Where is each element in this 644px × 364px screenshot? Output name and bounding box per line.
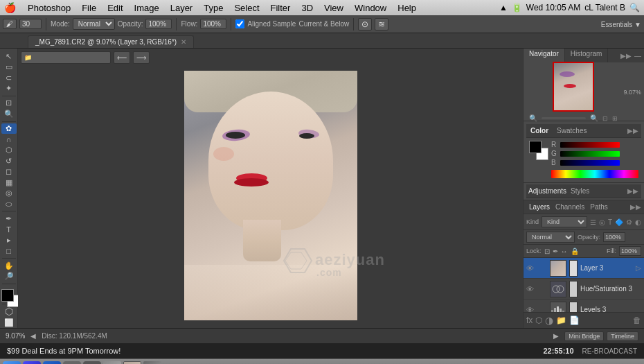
path-nav-btn[interactable]: ⟵ [114,51,130,64]
lock-position-icon[interactable]: ↔ [561,248,568,255]
document-tab[interactable]: _MG_7891.CR2 @ 9.07% (Layer 3, RGB/16*) … [28,35,194,48]
menu-edit[interactable]: Edit [102,1,127,15]
disc-arrow-left[interactable]: ◀ [30,332,36,340]
opacity-input[interactable] [603,232,625,242]
tab-paths[interactable]: Paths [587,203,611,211]
shape-tool[interactable]: □ [1,246,17,257]
r-slider[interactable] [560,142,620,148]
adj-panel-menu[interactable]: ▶▶ [627,187,641,195]
tab-close-icon[interactable]: ✕ [181,38,186,46]
nav-ctrl-1[interactable]: ⊡ [602,115,608,122]
color-panel-menu[interactable]: ▶▶ [627,127,641,135]
gradient-tool[interactable]: ▦ [1,177,17,188]
type-tool[interactable]: T [1,225,17,235]
spotlight-icon[interactable]: 🔍 [629,3,640,12]
menu-file[interactable]: File [77,1,101,15]
taskbar-photo-thumb-2[interactable] [123,361,141,365]
layers-panel-menu[interactable]: ▶▶ [630,203,641,211]
screen-mode-btn[interactable]: ⬜ [1,318,17,328]
zoom-tool[interactable]: 🔎 [1,271,17,281]
dodge-tool[interactable]: ⬭ [1,199,17,209]
menu-image[interactable]: Image [129,1,164,15]
menu-type[interactable]: Type [199,1,228,15]
history-brush-tool[interactable]: ↺ [1,156,17,166]
tab-adjustments[interactable]: Adjustments [526,187,569,196]
path-select-tool[interactable]: ▸ [1,235,17,245]
pressure-btn[interactable]: ≋ [375,18,388,31]
aligned-checkbox[interactable] [235,19,244,28]
zoom-out-icon[interactable]: 🔍 [529,114,537,122]
fill-input[interactable] [619,246,641,256]
layer-item-levels3[interactable]: 👁 Levels 3 [524,300,644,312]
taskbar-lightroom[interactable]: Lr [23,361,41,365]
hand-tool[interactable]: ✋ [1,261,17,271]
lock-transparency-icon[interactable]: ⊡ [544,248,550,255]
brush-tool[interactable]: ∩ [1,135,17,145]
eye-icon-layer3[interactable]: 👁 [526,264,536,272]
move-tool[interactable]: ↖ [1,51,17,62]
add-mask-btn[interactable]: ⬡ [535,315,542,325]
filter-icon-4[interactable]: 🔷 [615,218,623,226]
add-style-btn[interactable]: fx [526,315,533,325]
taskbar-photo-thumb-1[interactable] [103,361,121,365]
menu-photoshop[interactable]: Photoshop [23,1,75,15]
taskbar-finder[interactable]: 🔵 [3,361,21,365]
lock-paint-icon[interactable]: ✒ [553,248,558,255]
eye-icon-levels3[interactable]: 👁 [526,306,536,313]
blur-tool[interactable]: ◎ [1,188,17,198]
taskbar-chat[interactable]: 💬 [83,361,101,365]
foreground-color[interactable] [1,289,14,302]
pen-tool[interactable]: ✒ [1,214,17,224]
lasso-tool[interactable]: ⊂ [1,73,17,83]
menu-help[interactable]: Help [393,1,421,15]
tab-navigator[interactable]: Navigator [524,49,565,62]
crop-tool[interactable]: ⊡ [1,98,17,109]
add-adjustment-btn[interactable]: ◑ [545,315,553,326]
zoom-slider[interactable] [542,117,586,119]
add-group-btn[interactable]: 📁 [556,315,566,325]
filter-icon-2[interactable]: ◎ [599,218,605,226]
filter-toggle[interactable]: ◐ [635,218,641,226]
menu-select[interactable]: Select [229,1,264,15]
sample-btn[interactable]: ⊙ [358,18,372,31]
taskbar-photo-thumb-3[interactable] [143,361,161,365]
menu-window[interactable]: Window [350,1,391,15]
taskbar-camera[interactable]: 📷 [63,361,81,365]
mini-bridge-btn[interactable]: Mini Bridge [564,331,604,341]
path-nav-forward-btn[interactable]: ⟶ [133,51,150,64]
tab-layers[interactable]: Layers [526,203,553,211]
taskbar-photoshop[interactable]: Ps [43,361,61,365]
timeline-btn[interactable]: Timeline [607,331,638,341]
delete-layer-btn[interactable]: 🗑 [633,315,641,325]
layer-item-layer3[interactable]: 👁 Layer 3 ▷ [524,258,644,279]
zoom-in-icon[interactable]: 🔍 [590,114,598,122]
panel-menu-icon[interactable]: ▶▶ [620,52,632,60]
flow-input[interactable] [200,19,226,29]
opacity-input[interactable] [145,19,172,29]
filter-icon-3[interactable]: T [608,218,612,226]
filter-icon-5[interactable]: ⚙ [626,218,632,226]
color-spectrum-bar[interactable] [551,170,638,178]
menu-filter[interactable]: Filter [266,1,296,15]
tab-swatches[interactable]: Swatches [553,126,591,135]
g-slider[interactable] [560,151,620,157]
clone-tool[interactable]: ⬡ [1,145,17,155]
disc-arrow-right[interactable]: ▶ [553,332,559,340]
eye-icon-huesat[interactable]: 👁 [526,285,536,293]
quick-mask-btn[interactable]: ⬡ [1,306,17,317]
mode-select[interactable]: Normal [73,18,115,30]
foreground-swatch[interactable] [529,141,542,153]
menu-3d[interactable]: 3D [296,1,318,15]
tab-color[interactable]: Color [526,126,553,135]
apple-menu[interactable]: 🍎 [4,2,16,13]
marquee-tool[interactable]: ▭ [1,62,17,73]
panel-collapse-icon[interactable]: — [634,52,641,60]
kind-select[interactable]: Kind [542,216,587,227]
b-slider[interactable] [560,160,620,166]
canvas-area[interactable]: 📁 ⟵ ⟶ [18,49,523,328]
filter-icon-1[interactable]: ☰ [590,218,596,226]
add-layer-btn[interactable]: 📄 [569,315,580,325]
brush-tool-btn[interactable]: 🖌 [3,19,17,29]
eraser-tool[interactable]: ◻ [1,166,17,177]
layer-item-hue-sat[interactable]: 👁 Hue/Saturation 3 [524,279,644,300]
